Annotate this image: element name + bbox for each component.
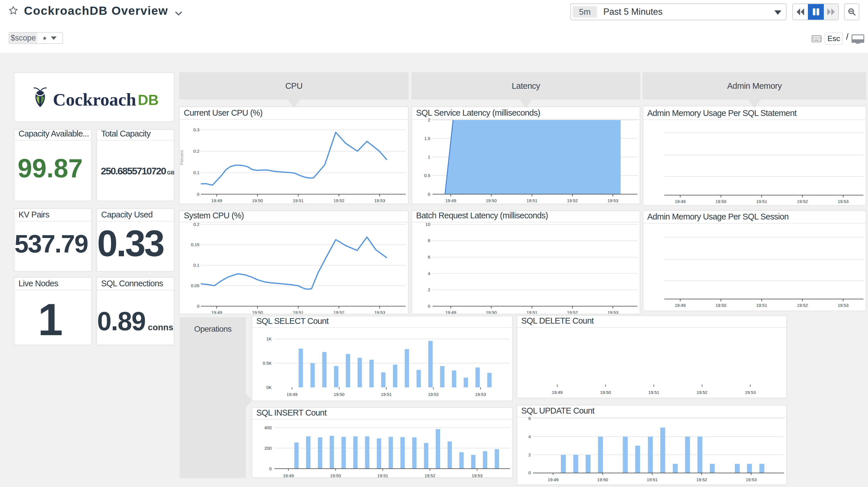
svg-text:8: 8 [428,238,430,243]
svg-text:19:52: 19:52 [334,198,344,203]
svg-text:19:51: 19:51 [377,473,389,478]
svg-text:19:53: 19:53 [838,199,849,204]
svg-text:19:49: 19:49 [675,199,686,204]
svg-text:2: 2 [528,452,531,457]
svg-text:19:53: 19:53 [838,303,849,308]
svg-text:1.5: 1.5 [424,136,430,141]
svg-text:0K: 0K [267,385,272,390]
svg-text:19:51: 19:51 [756,303,767,308]
svg-text:19:53: 19:53 [374,310,385,314]
svg-text:0: 0 [197,192,199,197]
svg-text:4: 4 [428,271,430,276]
svg-text:0: 0 [269,466,272,471]
svg-text:19:53: 19:53 [608,310,618,314]
svg-text:2: 2 [428,287,430,292]
svg-text:0: 0 [428,192,430,197]
svg-text:19:50: 19:50 [252,310,263,314]
svg-text:19:52: 19:52 [334,310,344,314]
svg-text:19:51: 19:51 [526,310,537,314]
svg-text:19:49: 19:49 [445,198,456,203]
svg-text:19:49: 19:49 [548,477,559,482]
svg-text:19:50: 19:50 [334,392,345,397]
svg-text:19:49: 19:49 [211,310,222,314]
svg-text:0.05: 0.05 [191,283,199,288]
svg-text:0.15: 0.15 [191,242,199,247]
svg-text:19:52: 19:52 [425,473,435,478]
svg-text:6: 6 [528,416,531,421]
svg-text:19:49: 19:49 [552,390,563,395]
svg-text:4: 4 [528,434,531,439]
svg-text:10: 10 [425,223,430,227]
svg-text:19:53: 19:53 [475,392,486,397]
svg-text:19:51: 19:51 [648,390,659,395]
svg-text:0.1: 0.1 [193,170,199,175]
svg-text:19:50: 19:50 [330,473,341,478]
svg-text:19:53: 19:53 [746,477,757,482]
svg-text:0: 0 [528,470,531,475]
svg-text:0.5K: 0.5K [262,361,272,366]
svg-text:19:50: 19:50 [715,303,726,308]
svg-text:19:51: 19:51 [381,392,392,397]
svg-text:0: 0 [428,304,430,309]
svg-text:19:53: 19:53 [608,198,618,203]
svg-text:0.3: 0.3 [193,127,199,132]
svg-text:19:52: 19:52 [696,390,708,395]
svg-text:0.1: 0.1 [193,263,199,267]
svg-text:19:51: 19:51 [293,310,304,314]
svg-text:19:52: 19:52 [696,477,707,482]
svg-text:19:50: 19:50 [252,198,263,203]
svg-text:19:53: 19:53 [745,390,756,395]
svg-text:0: 0 [197,304,199,309]
svg-text:2: 2 [428,117,430,122]
svg-text:19:52: 19:52 [797,199,808,204]
svg-text:19:52: 19:52 [797,303,808,308]
svg-text:0.2: 0.2 [193,149,199,153]
svg-text:19:52: 19:52 [567,310,578,314]
svg-text:19:53: 19:53 [471,473,483,478]
svg-text:200: 200 [265,446,272,451]
svg-text:Percent: Percent [180,150,184,165]
svg-text:19:53: 19:53 [374,198,385,203]
svg-text:19:49: 19:49 [211,198,222,203]
svg-text:19:52: 19:52 [428,392,439,397]
svg-text:19:51: 19:51 [526,198,537,203]
svg-text:1: 1 [428,154,430,159]
svg-text:19:51: 19:51 [647,477,658,482]
svg-text:19:52: 19:52 [567,198,578,203]
svg-text:19:49: 19:49 [445,310,456,314]
svg-text:19:49: 19:49 [675,303,686,308]
svg-text:400: 400 [265,425,272,430]
svg-text:19:50: 19:50 [715,199,726,204]
svg-text:6: 6 [428,255,430,259]
svg-text:19:49: 19:49 [283,473,294,478]
svg-text:0.2: 0.2 [193,223,199,227]
svg-text:1K: 1K [267,336,272,341]
svg-text:19:50: 19:50 [597,477,608,482]
svg-text:19:50: 19:50 [486,310,497,314]
svg-text:19:51: 19:51 [756,199,767,204]
svg-text:19:50: 19:50 [486,198,497,203]
svg-text:0.5: 0.5 [424,173,430,178]
svg-text:19:51: 19:51 [293,198,304,203]
svg-text:19:49: 19:49 [287,392,298,397]
svg-text:19:50: 19:50 [600,390,611,395]
